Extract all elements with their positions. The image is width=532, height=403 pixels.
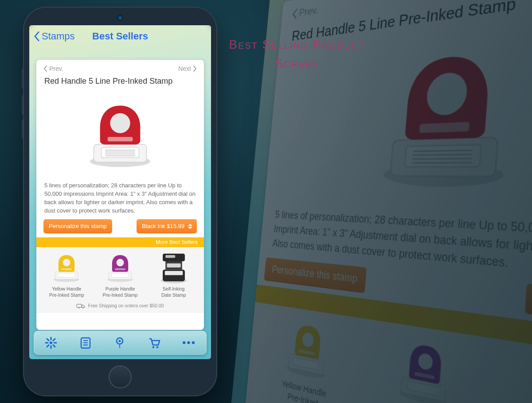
cart-icon	[148, 336, 161, 349]
product-card: Prev. Next Red Handle 5 Line Pre-Inked S…	[36, 60, 204, 330]
svg-line-41	[412, 159, 472, 159]
nav-bar: Stamps Best Sellers	[29, 25, 211, 47]
product-description: 5 lines of personalization; 28 character…	[36, 177, 204, 219]
svg-rect-68	[62, 268, 72, 270]
spark-icon	[44, 336, 58, 349]
card-stack: Prev. Next Red Handle 5 Line Pre-Inked S…	[36, 60, 204, 330]
tab-bar: •••	[34, 331, 207, 355]
more-icon: •••	[182, 337, 196, 349]
related-item-label: Purple HandlePre-Inked Stamp	[103, 286, 138, 298]
home-button[interactable]	[109, 365, 132, 388]
chevron-right-icon	[193, 66, 197, 72]
svg-point-72	[117, 259, 124, 267]
mockup-caption: Best Selling Product Screen	[226, 35, 368, 73]
next-button[interactable]: Next	[178, 65, 197, 72]
phone-frame: Stamps Best Sellers Prev. Next	[23, 7, 217, 396]
related-item-label: Self-InkingDate Stamp	[161, 286, 186, 298]
prev-label: Prev.	[49, 65, 63, 72]
more-best-sellers-bar[interactable]: More Best Sellers	[36, 237, 204, 247]
tab-cart[interactable]	[148, 336, 161, 349]
product-image	[36, 89, 204, 177]
tab-list[interactable]	[79, 336, 92, 349]
svg-line-40	[413, 155, 473, 155]
back-button[interactable]: Stamps	[34, 31, 75, 42]
variant-label: Black Ink $15.99	[142, 223, 184, 229]
prev-button: Prev.	[292, 4, 319, 20]
product-title: Red Handle 5 Line Pre-Inked Stamp	[36, 75, 204, 89]
camera-dot	[118, 16, 122, 20]
personalize-button[interactable]: Personalize this stamp	[43, 219, 112, 233]
pin-icon	[113, 336, 126, 349]
tab-locator[interactable]	[113, 336, 126, 349]
related-item: Self-InkingDate Stamp	[529, 353, 532, 403]
variant-selector[interactable]: Black Ink $15.99	[137, 219, 197, 233]
svg-point-62	[110, 113, 130, 133]
list-icon	[79, 336, 92, 349]
next-label: Next	[178, 65, 191, 72]
svg-point-67	[63, 259, 70, 267]
prev-button[interactable]: Prev.	[43, 65, 63, 72]
svg-rect-66	[58, 273, 75, 277]
related-item-label: Yellow HandlePre-Inked Stamp	[49, 286, 84, 298]
related-item[interactable]: Yellow HandlePre-Inked Stamp	[42, 250, 91, 298]
back-label: Stamps	[42, 31, 75, 42]
related-item: Purple HandlePre-Inked Stamp	[387, 330, 462, 403]
page-title: Best Sellers	[92, 31, 148, 42]
svg-rect-73	[115, 268, 125, 270]
chevron-left-icon	[34, 31, 40, 41]
related-products: Yellow HandlePre-Inked Stamp Purple Hand…	[36, 247, 204, 299]
svg-rect-63	[108, 137, 133, 141]
free-shipping-label: Free Shipping on orders over $50.00	[36, 300, 204, 313]
screen: Stamps Best Sellers Prev. Next	[29, 25, 211, 359]
stepper-icon	[188, 224, 194, 229]
tab-spark[interactable]	[44, 336, 58, 349]
chevron-left-icon	[43, 66, 47, 72]
related-item[interactable]: Self-InkingDate Stamp	[149, 250, 198, 298]
personalize-label: Personalize this stamp	[49, 223, 107, 229]
related-item: Yellow HandlePre-Inked Stamp	[276, 312, 336, 403]
svg-line-42	[412, 163, 472, 163]
svg-rect-71	[111, 273, 129, 277]
svg-rect-57	[102, 147, 139, 158]
related-item[interactable]: Purple HandlePre-Inked Stamp	[96, 250, 145, 298]
truck-icon	[76, 302, 85, 309]
